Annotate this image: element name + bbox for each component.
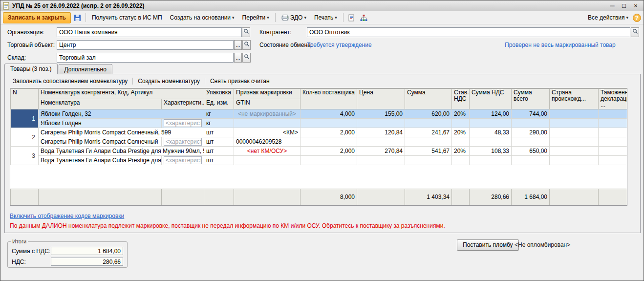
col-header-price[interactable]: Цена — [357, 89, 405, 109]
table-row[interactable]: Яблоки Голден <характерист... кг — [11, 119, 627, 128]
col-header-sum[interactable]: Сумма — [405, 89, 452, 109]
empty-cell[interactable] — [452, 137, 470, 147]
empty-cell[interactable] — [405, 137, 452, 147]
save-close-button[interactable]: Записать и закрыть — [3, 12, 71, 23]
country-cell[interactable] — [550, 128, 599, 137]
total-cell[interactable]: 650,00 — [512, 147, 550, 156]
gtin-cell[interactable] — [234, 119, 301, 128]
maximize-button[interactable]: □ — [618, 1, 630, 10]
report-button[interactable] — [346, 13, 357, 23]
marking-cell[interactable]: <КМ> — [234, 128, 301, 137]
empty-cell[interactable] — [599, 156, 627, 165]
vat-sum-cell[interactable]: 48,33 — [470, 128, 512, 137]
print-button[interactable]: Печать ▾ — [311, 12, 341, 23]
vat-sum-cell[interactable]: 124,00 — [470, 109, 512, 119]
minimize-button[interactable]: ─ — [606, 1, 618, 10]
vat-sum-cell[interactable]: 108,33 — [470, 147, 512, 156]
warehouse-lookup-button[interactable] — [242, 53, 251, 63]
vat-rate-cell[interactable]: 20% — [452, 109, 470, 119]
empty-cell[interactable] — [301, 137, 357, 147]
tab-goods[interactable]: Товары (3 поз.) — [4, 64, 58, 74]
unit-cell[interactable]: шт — [204, 156, 234, 165]
empty-cell[interactable] — [452, 119, 470, 128]
empty-cell[interactable] — [357, 137, 405, 147]
col-header-unit[interactable]: Ед. изм. — [204, 99, 234, 109]
table-row[interactable]: 2 Сигареты Philip Morris Compact Солнечн… — [11, 128, 627, 137]
counterparty-lookup-button[interactable] — [631, 27, 639, 37]
counterparty-input[interactable] — [307, 27, 630, 37]
help-button[interactable]: ? — [633, 14, 641, 22]
empty-cell[interactable] — [357, 156, 405, 165]
characteristic-field[interactable]: <характерист... — [164, 119, 202, 127]
create-based-on-button[interactable]: Создать на основании ▾ — [167, 12, 238, 23]
close-button[interactable]: × — [630, 1, 642, 10]
sum-cell[interactable]: 620,00 — [405, 109, 452, 119]
all-actions-button[interactable]: Все действия ▾ — [584, 12, 632, 23]
edo-button[interactable]: ЭДО ▾ — [278, 12, 310, 23]
customs-cell[interactable] — [599, 128, 627, 137]
packaging-cell[interactable]: кг — [204, 109, 234, 119]
characteristic-field[interactable]: <характерист... — [164, 138, 202, 146]
goto-button[interactable]: Перейти ▾ — [239, 12, 273, 23]
packaging-cell[interactable]: шт — [204, 128, 234, 137]
characteristic-field[interactable]: <характерист... — [164, 156, 202, 164]
trade-object-lookup-button[interactable] — [242, 40, 251, 50]
characteristic-cell[interactable]: <характерист... — [162, 156, 204, 165]
empty-cell[interactable] — [405, 119, 452, 128]
marking-cell[interactable]: <не маркированный> — [234, 109, 301, 119]
empty-cell[interactable] — [512, 156, 550, 165]
price-cell[interactable]: 120,84 — [357, 128, 405, 137]
warehouse-ellipsis-button[interactable]: ... — [234, 53, 242, 63]
characteristic-cell[interactable]: <характерист... — [162, 119, 204, 128]
customs-cell[interactable] — [599, 147, 627, 156]
total-cell[interactable]: 744,00 — [512, 109, 550, 119]
unit-cell[interactable]: шт — [204, 137, 234, 147]
supplier-item-cell[interactable]: Вода Туалетная Ги Алари Cuba Prestige дл… — [39, 147, 204, 156]
gtin-cell[interactable] — [234, 156, 301, 165]
empty-cell[interactable] — [357, 119, 405, 128]
save-button[interactable] — [72, 13, 83, 23]
col-header-total[interactable]: Сумма всего — [512, 89, 550, 109]
col-header-marking[interactable]: Признак маркировки — [234, 89, 301, 99]
empty-cell[interactable] — [301, 156, 357, 165]
exchange-state-link[interactable]: Требуется утверждение — [307, 42, 372, 48]
marking-check-link[interactable]: Проверен не весь маркированный товар — [505, 42, 616, 48]
col-header-supplier-item[interactable]: Номенклатура контрагента, Код, Артикул — [39, 89, 204, 99]
item-cell[interactable]: Вода Туалетная Ги Алари Cuba Prestige дл… — [39, 156, 162, 165]
empty-cell[interactable] — [599, 137, 627, 147]
vat-field[interactable] — [51, 258, 123, 266]
item-cell[interactable]: Сигареты Philip Morris Compact Солнечный — [39, 137, 162, 147]
supplier-item-cell[interactable]: Сигареты Philip Morris Compact Солнечный… — [39, 128, 204, 137]
sum-with-vat-field[interactable] — [51, 247, 123, 255]
sum-cell[interactable]: 541,67 — [405, 147, 452, 156]
vat-rate-cell[interactable]: 20% — [452, 147, 470, 156]
characteristic-cell[interactable]: <характерист... — [162, 137, 204, 147]
table-empty-area[interactable] — [10, 165, 627, 189]
table-row[interactable]: Сигареты Philip Morris Compact Солнечный… — [11, 137, 627, 147]
tab-additional[interactable]: Дополнительно — [59, 64, 112, 74]
country-cell[interactable] — [550, 147, 599, 156]
price-cell[interactable]: 270,84 — [357, 147, 405, 156]
vat-rate-cell[interactable]: 20% — [452, 128, 470, 137]
trade-object-ellipsis-button[interactable]: ... — [234, 40, 242, 50]
qty-cell[interactable]: 2,000 — [301, 128, 357, 137]
col-header-customs[interactable]: Таможенная декларация ... — [599, 89, 627, 109]
sum-cell[interactable]: 241,67 — [405, 128, 452, 137]
qty-cell[interactable]: 4,000 — [301, 109, 357, 119]
warehouse-input[interactable] — [57, 53, 234, 63]
col-header-vat-sum[interactable]: Сумма НДС — [470, 89, 512, 109]
col-header-country[interactable]: Страна происхожд... — [550, 89, 599, 109]
packaging-cell[interactable]: шт — [204, 147, 234, 156]
country-cell[interactable] — [550, 109, 599, 119]
empty-cell[interactable] — [599, 119, 627, 128]
marking-structure-button[interactable] — [358, 13, 369, 23]
customs-cell[interactable] — [599, 109, 627, 119]
row-number-cell[interactable]: 1 — [11, 109, 39, 128]
col-header-packaging[interactable]: Упаковка — [204, 89, 234, 99]
col-header-gtin[interactable]: GTIN — [234, 99, 301, 109]
unit-cell[interactable]: кг — [204, 119, 234, 128]
empty-cell[interactable] — [452, 156, 470, 165]
empty-cell[interactable] — [470, 137, 512, 147]
price-cell[interactable]: 155,00 — [357, 109, 405, 119]
col-header-vat-rate[interactable]: Став... НДС — [452, 89, 470, 109]
